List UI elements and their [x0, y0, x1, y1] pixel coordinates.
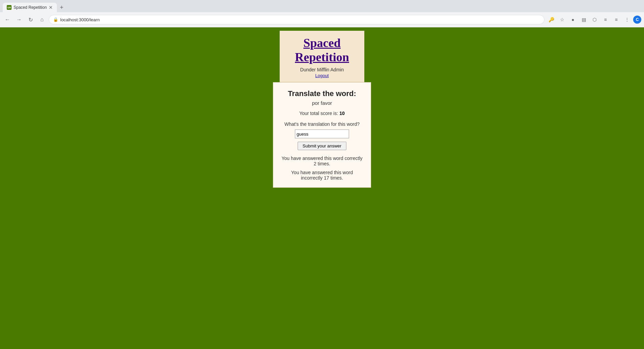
- lock-icon: 🔒: [53, 17, 58, 22]
- logout-link[interactable]: Logout: [315, 73, 329, 78]
- url-text: localhost:3000/learn: [60, 17, 100, 22]
- star-icon[interactable]: ☆: [557, 15, 567, 24]
- translate-heading: Translate the word:: [280, 89, 364, 98]
- score-text: Your total score is: 10: [280, 111, 364, 116]
- active-tab[interactable]: SR Spaced Repetition ✕: [3, 3, 57, 12]
- tab-close-button[interactable]: ✕: [49, 5, 53, 10]
- forward-button[interactable]: →: [14, 15, 24, 24]
- tab-bar: SR Spaced Repetition ✕ +: [0, 0, 644, 12]
- extension-icon-2[interactable]: ▤: [579, 15, 588, 24]
- browser-chrome: SR Spaced Repetition ✕ + ← → ↻ ⌂ 🔒 local…: [0, 0, 644, 27]
- reload-button[interactable]: ↻: [26, 15, 35, 24]
- app-title: Spaced Repetition: [286, 36, 358, 64]
- back-button[interactable]: ←: [3, 15, 12, 24]
- score-label: Your total score is:: [299, 111, 338, 116]
- extension-icon-4[interactable]: ≡: [601, 15, 610, 24]
- tab-title: Spaced Repetition: [14, 5, 47, 10]
- app-header: Spaced Repetition Dunder Mifflin Admin L…: [280, 31, 364, 82]
- address-bar: ← → ↻ ⌂ 🔒 localhost:3000/learn 🔑 ☆ ● ▤ ⬡…: [0, 12, 644, 27]
- url-bar[interactable]: 🔒 localhost:3000/learn: [49, 15, 544, 24]
- correct-times-text: You have answered this word correctly 2 …: [280, 156, 364, 166]
- page-content: Spaced Repetition Dunder Mifflin Admin L…: [0, 27, 644, 349]
- new-tab-button[interactable]: +: [57, 3, 66, 12]
- profile-avatar[interactable]: C: [633, 16, 641, 24]
- home-button[interactable]: ⌂: [37, 15, 47, 24]
- learn-card: Translate the word: por favor Your total…: [273, 82, 371, 188]
- menu-button[interactable]: ⋮: [622, 15, 632, 24]
- incorrect-times-text: You have answered this word incorrectly …: [280, 170, 364, 181]
- user-name: Dunder Mifflin Admin: [286, 67, 358, 72]
- translation-label: What's the translation for this word?: [280, 121, 364, 127]
- toolbar-icons: 🔑 ☆ ● ▤ ⬡ ≡ ≡ ⋮ C: [546, 15, 641, 24]
- tab-favicon: SR: [7, 5, 12, 10]
- key-icon[interactable]: 🔑: [546, 15, 556, 24]
- word-to-translate: por favor: [280, 100, 364, 106]
- submit-button[interactable]: Submit your answer: [298, 142, 347, 150]
- score-value: 10: [339, 111, 345, 116]
- extension-icon-1[interactable]: ●: [568, 15, 578, 24]
- extension-icon-3[interactable]: ⬡: [590, 15, 599, 24]
- answer-input[interactable]: [295, 130, 349, 138]
- extension-icon-5[interactable]: ≡: [611, 15, 621, 24]
